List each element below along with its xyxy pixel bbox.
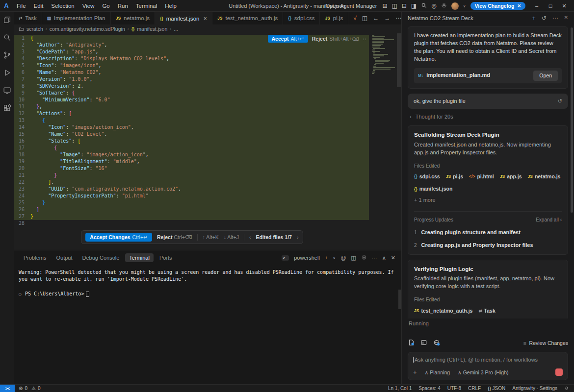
forward-icon[interactable]: → bbox=[384, 15, 390, 22]
tab-implementation-plan[interactable]: ▤Implementation Plan bbox=[42, 12, 111, 24]
tab-test-netatmo-auth-js[interactable]: JStest_netatmo_auth.js bbox=[212, 12, 283, 24]
code-line[interactable]: 25 } bbox=[14, 199, 369, 206]
code-line[interactable]: 8 "SDKVersion": 2, bbox=[14, 83, 369, 90]
panel-tab-output[interactable]: Output bbox=[52, 253, 76, 262]
code-line[interactable]: 13 { bbox=[14, 117, 369, 124]
code-line[interactable]: 24 "PropertyInspectorPath": "pi.html" bbox=[14, 193, 369, 199]
menu-view[interactable]: View bbox=[78, 3, 99, 9]
code-line[interactable]: 26 ] bbox=[14, 206, 369, 213]
reject-button[interactable]: RejectShift+Alt+⌫ bbox=[312, 36, 359, 42]
panel-tab-terminal[interactable]: Terminal bbox=[125, 253, 154, 262]
next-file-icon[interactable]: › bbox=[297, 234, 299, 240]
close-tab-icon[interactable]: ✕ bbox=[204, 16, 208, 21]
open-plan-button[interactable]: Open bbox=[533, 71, 558, 81]
split-terminal-icon[interactable]: ◫ bbox=[351, 255, 356, 261]
close-window-button[interactable]: ✕ bbox=[557, 3, 571, 9]
toggle-right-sidebar-icon[interactable]: ◨ bbox=[411, 3, 417, 9]
warnings-count[interactable]: 0 bbox=[38, 386, 41, 391]
file-chip[interactable]: {}sdpi.css bbox=[414, 173, 440, 180]
more-files-label[interactable]: + 1 more bbox=[414, 196, 562, 204]
code-line[interactable]: 9 "Software": { bbox=[14, 90, 369, 97]
split-editor-icon[interactable]: ◫ bbox=[391, 3, 397, 9]
code-line[interactable]: 17 { bbox=[14, 145, 369, 151]
agent-scrollbar[interactable] bbox=[571, 27, 573, 213]
warnings-icon[interactable]: ⚠ bbox=[31, 386, 36, 391]
indentation[interactable]: Spaces: 4 bbox=[418, 386, 440, 391]
maximize-panel-icon[interactable]: ∧ bbox=[382, 255, 386, 261]
code-line[interactable]: 2 "Author": "Antigravity", bbox=[14, 42, 369, 49]
panel-tab-ports[interactable]: Ports bbox=[156, 253, 176, 262]
code-line[interactable]: 28 bbox=[14, 220, 369, 227]
settings-sync[interactable]: Antigravity - Settings bbox=[512, 386, 557, 391]
extensions-icon[interactable] bbox=[3, 104, 11, 114]
menu-edit[interactable]: Edit bbox=[30, 3, 48, 9]
more-icon[interactable]: ⋯ bbox=[395, 15, 401, 22]
run-debug-icon[interactable] bbox=[3, 69, 11, 78]
file-chip[interactable]: ⇄Task bbox=[478, 307, 495, 315]
new-conversation-icon[interactable]: + bbox=[532, 15, 536, 22]
editor-scrollbar[interactable] bbox=[397, 33, 401, 87]
terminal-dropdown-icon[interactable]: ∨ bbox=[333, 256, 336, 260]
file-chip[interactable]: {}manifest.json bbox=[414, 185, 452, 193]
progress-step[interactable]: 2Creating app.js and Property Inspector … bbox=[414, 242, 562, 249]
file-chip[interactable]: JStest_netatmo_auth.js bbox=[414, 307, 472, 315]
code-line[interactable]: 23 "UUID": "com.antigravity.netatmo.acti… bbox=[14, 186, 369, 193]
file-chip[interactable]: JSnetatmo.js bbox=[528, 173, 561, 180]
minimap[interactable] bbox=[372, 35, 394, 74]
shell-label[interactable]: powershell bbox=[294, 255, 320, 261]
code-line[interactable]: 3 "CodePath": "app.js", bbox=[14, 49, 369, 55]
cursor-position[interactable]: Ln 1, Col 1 bbox=[388, 386, 412, 391]
compare-icon[interactable]: √ bbox=[353, 15, 357, 22]
code-line[interactable]: 11 }, bbox=[14, 103, 369, 110]
add-context-button[interactable]: + bbox=[413, 368, 417, 376]
tab-task[interactable]: ⇄Task bbox=[14, 12, 42, 24]
menu-selection[interactable]: Selection bbox=[47, 3, 78, 9]
trash-icon[interactable] bbox=[361, 254, 367, 261]
new-terminal-button[interactable]: + bbox=[325, 255, 328, 261]
remote-explorer-icon[interactable] bbox=[3, 86, 11, 96]
expand-all-button[interactable]: Expand all ‹ bbox=[536, 217, 562, 224]
thought-toggle[interactable]: › Thought for 20s bbox=[410, 114, 568, 120]
maximize-button[interactable]: □ bbox=[544, 3, 557, 9]
code-line[interactable]: 27} bbox=[14, 213, 369, 220]
panel-tab-problems[interactable]: Problems bbox=[20, 253, 50, 262]
code-line[interactable]: 18 "Image": "images/action_icon", bbox=[14, 151, 369, 158]
close-agent-icon[interactable]: ✕ bbox=[564, 15, 568, 22]
code-line[interactable]: 6 "Name": "Netatmo CO2", bbox=[14, 69, 369, 76]
menu-run[interactable]: Run bbox=[114, 3, 132, 9]
open-agent-manager-button[interactable]: Open Agent Manager bbox=[326, 3, 377, 9]
tab-pi-js[interactable]: JSpi.js bbox=[320, 12, 348, 24]
progress-step[interactable]: 1Creating plugin structure and manifest bbox=[414, 229, 562, 237]
code-line[interactable]: 16 "States": [ bbox=[14, 138, 369, 145]
code-line[interactable]: 19 "TitleAlignment": "middle", bbox=[14, 158, 369, 165]
bell-icon[interactable] bbox=[564, 386, 569, 392]
back-icon[interactable]: ← bbox=[373, 15, 379, 22]
tab-manifest-json[interactable]: {}manifest.json✕ bbox=[155, 12, 212, 24]
menu-file[interactable]: File bbox=[13, 3, 30, 9]
breadcrumb-more[interactable]: ... bbox=[174, 26, 178, 32]
avatar[interactable] bbox=[451, 2, 459, 10]
code-line[interactable]: 21 } bbox=[14, 172, 369, 179]
mode-selector[interactable]: ∧ Planning bbox=[425, 369, 450, 375]
prev-change-button[interactable]: ↑ Alt+K bbox=[203, 234, 219, 240]
code-line[interactable]: 10 "MinimumVersion": "6.0" bbox=[14, 97, 369, 103]
code-line[interactable]: 5 "Icon": "images/icon", bbox=[14, 62, 369, 69]
terminal-tool-icon[interactable] bbox=[420, 339, 427, 347]
menu-terminal[interactable]: Terminal bbox=[132, 3, 161, 9]
view-changelog-button[interactable]: View Changelog✕ bbox=[470, 2, 525, 10]
code-line[interactable]: 22 ], bbox=[14, 179, 369, 186]
expand-diff-icon[interactable]: ∷ bbox=[363, 36, 366, 42]
breadcrumb-plugin-folder[interactable]: com.antigravity.netatmo.sdPlugin bbox=[50, 26, 125, 32]
breadcrumb-file[interactable]: manifest.json bbox=[137, 26, 167, 32]
menu-go[interactable]: Go bbox=[98, 3, 113, 9]
browser-tool-icon[interactable] bbox=[433, 339, 440, 347]
review-changes-button[interactable]: ≡Review Changes bbox=[523, 340, 568, 346]
stop-button[interactable] bbox=[555, 368, 563, 376]
code-line[interactable]: 15 "Name": "CO2 Level", bbox=[14, 131, 369, 138]
customize-layout-icon[interactable]: ⊞ bbox=[382, 3, 387, 9]
explorer-icon[interactable] bbox=[3, 16, 11, 25]
errors-count[interactable]: 0 bbox=[25, 386, 27, 391]
eol-sequence[interactable]: CRLF bbox=[468, 386, 481, 391]
close-panel-icon[interactable]: ✕ bbox=[391, 255, 395, 261]
minimize-button[interactable]: – bbox=[530, 3, 544, 9]
